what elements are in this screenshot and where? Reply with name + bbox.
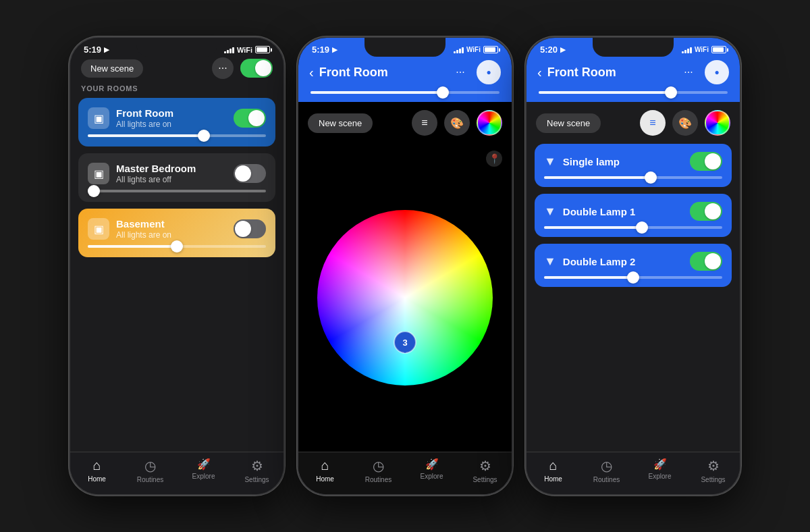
location-pin-small: 📍 [486,151,502,167]
marker-svg: 3 [393,331,417,358]
phone-2: 5:19 ▶ WiFi [297,36,513,496]
nav-explore-label-3: Explore [649,473,672,480]
nav-home-label-1: Home [88,475,106,483]
light-card-double-lamp-1[interactable]: ▼ Double Lamp 1 [535,194,732,237]
room-status-basement: All lights are on [116,230,227,240]
brightness-slider-master[interactable] [88,190,266,192]
nav-settings-label-1: Settings [244,476,269,483]
color-wheel[interactable]: 3 [317,210,493,385]
more-button-3[interactable]: ··· [678,61,699,83]
palette-button-2[interactable]: 🎨 [444,110,470,136]
header-right-1: ··· [212,57,273,79]
toggle-circle-2[interactable]: ● [477,60,501,84]
new-scene-button-1[interactable]: New scene [81,59,143,78]
room-card-front-room[interactable]: ▣ Front Room All lights are on [78,98,275,147]
phone1-screen: 5:19 ▶ WiFi New scene [70,38,284,494]
toggle-inner-2: ● [486,68,491,77]
status-bar-1: 5:19 ▶ WiFi [70,38,284,57]
more-options-button-1[interactable]: ··· [212,57,234,79]
list-view-button-2[interactable]: ≡ [412,110,437,136]
list-icon-3: ≡ [649,117,655,129]
light-toggle-double2[interactable] [690,252,722,271]
back-button-2[interactable]: ‹ [309,65,314,80]
more-button-2[interactable]: ··· [450,61,471,83]
brightness-slider-front[interactable] [88,134,266,137]
color-wheel-button-2[interactable] [477,110,502,136]
phones-container: 5:19 ▶ WiFi New scene [69,36,741,496]
room-icon-basement: ▣ [88,218,109,240]
home-icon-2: ⌂ [321,458,329,473]
palette-button-3[interactable]: 🎨 [672,110,698,136]
nav-explore-label-2: Explore [421,473,443,480]
nav-home-2[interactable]: ⌂ Home [298,458,352,483]
nav-explore-1[interactable]: 🚀 Explore [177,458,230,483]
light-card-double-lamp-2[interactable]: ▼ Double Lamp 2 [535,244,732,287]
phone2-blue-header: 5:19 ▶ WiFi [298,38,512,102]
color-wheel-button-3[interactable] [705,110,730,136]
main-toggle-1[interactable] [240,59,273,78]
dots-icon-2: ··· [456,66,464,78]
room-info-master: Master Bedroom All lights are off [116,163,227,184]
brightness-slider-basement[interactable] [88,245,266,248]
signal-icon-1 [224,47,234,53]
brightness-slider-header-2[interactable] [310,91,500,94]
nav-settings-3[interactable]: ⚙ Settings [686,458,740,483]
brightness-slider-single[interactable] [544,176,722,179]
lamp-icon-double2: ▼ [544,255,556,269]
signal-icon-3 [682,47,692,53]
nav-home-3[interactable]: ⌂ Home [526,458,580,483]
room-toggle-master[interactable] [234,164,266,183]
location-icon-3: ▶ [560,46,566,53]
light-card-single-lamp[interactable]: ▼ Single lamp [535,144,732,187]
nav-routines-1[interactable]: ◷ Routines [124,458,177,483]
nav-routines-label-2: Routines [365,476,392,483]
room-status-master: All lights are off [116,175,227,184]
nav-routines-label-1: Routines [137,476,163,483]
light-toggle-single[interactable] [690,152,722,171]
toggle-circle-3[interactable]: ● [705,60,729,84]
nav-home-1[interactable]: ⌂ Home [70,458,124,483]
header-slider-row-2 [309,91,501,94]
light-name-double1: Double Lamp 1 [563,206,683,217]
brightness-slider-header-3[interactable] [539,91,728,94]
light-name-single: Single lamp [563,156,683,167]
phone3-header-top: ‹ Front Room ··· ● [537,60,729,84]
list-view-button-3[interactable]: ≡ [640,110,666,136]
list-icon-2: ≡ [421,117,427,129]
room-toggle-basement[interactable] [234,219,266,238]
back-icon-3: ‹ [537,65,542,80]
nav-settings-2[interactable]: ⚙ Settings [458,458,512,483]
nav-explore-3[interactable]: 🚀 Explore [633,458,686,483]
color-wheel-container: 📍 3 [298,144,512,452]
back-button-3[interactable]: ‹ [537,65,542,80]
lights-list: ▼ Single lamp ▼ Double Lamp 1 [526,144,740,452]
new-scene-button-3[interactable]: New scene [536,113,601,133]
header-slider-row-3 [537,91,729,94]
room-card-basement[interactable]: ▣ Basement All lights are on [78,209,275,257]
light-toggle-double1[interactable] [690,202,722,221]
bottom-nav-1: ⌂ Home ◷ Routines 🚀 Explore ⚙ Settings [70,452,284,494]
status-icons-2: WiFi [454,46,498,53]
brightness-slider-double2[interactable] [544,276,722,279]
room-toggle-front[interactable] [234,109,266,128]
svg-text:3: 3 [402,338,407,348]
nav-routines-2[interactable]: ◷ Routines [352,458,405,483]
nav-routines-3[interactable]: ◷ Routines [580,458,633,483]
room-info-basement: Basement All lights are on [116,218,227,240]
settings-icon-1: ⚙ [251,458,263,474]
light-card-top-double2: ▼ Double Lamp 2 [544,252,722,271]
routines-icon-3: ◷ [601,458,612,474]
scene-tools-2: New scene ≡ 🎨 [298,102,512,144]
phone3-screen: 5:20 ▶ WiFi [526,38,740,494]
brightness-slider-double1[interactable] [544,226,722,229]
room-status-front: All lights are on [116,119,227,129]
new-scene-button-2[interactable]: New scene [308,113,373,133]
nav-explore-2[interactable]: 🚀 Explore [405,458,458,483]
wifi-icon-1: WiFi [237,46,252,54]
nav-settings-1[interactable]: ⚙ Settings [230,458,284,483]
nav-settings-label-3: Settings [701,476,725,483]
room-info-front: Front Room All lights are on [116,107,227,129]
nav-settings-label-2: Settings [473,476,497,483]
room-card-master-bedroom[interactable]: ▣ Master Bedroom All lights are off [78,153,275,202]
palette-icon-3: 🎨 [678,117,692,130]
